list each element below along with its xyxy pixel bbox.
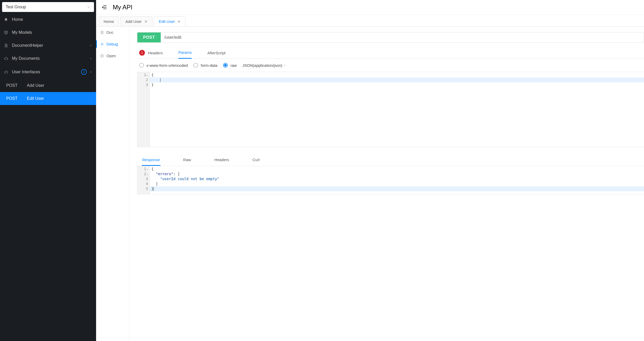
code-line: { [151,167,644,172]
resptab-curl[interactable]: Curl [252,155,260,166]
resptab-raw[interactable]: Raw [183,155,192,166]
cloud-icon [4,56,8,61]
tabs-row: Home Add User ✕ Edit User ✕ [96,15,644,26]
tool-debug[interactable]: Debug [96,38,129,50]
main: My API Home Add User ✕ Edit User ✕ [96,0,644,341]
code-line [151,77,644,82]
tool-label: Debug [106,42,118,46]
tool-doc[interactable]: Doc [96,27,129,38]
code-body[interactable]: { "errors": [ "userId could not be empty… [150,166,644,194]
cube-icon [4,30,8,35]
sidebar-item-label: My Models [12,30,32,35]
code-line: "userId could not be empty" [151,176,644,181]
svg-point-1 [101,43,103,45]
tool-column: Doc Debug Open [96,27,129,341]
tab-label: Add User [125,19,142,24]
menu-toggle-icon[interactable] [101,4,108,10]
content-type-select[interactable]: JSON(application/json) [243,63,286,68]
count-badge: 2 [81,69,87,75]
sidebar-sub-label: Edit User [27,96,44,101]
tool-label: Doc [106,30,113,35]
chevron-down-icon [89,57,92,60]
resptab-headers[interactable]: Headers [214,155,230,166]
sidebar-item-mydocs[interactable]: My Documents [0,52,96,65]
group-selector-label: Test Group [6,5,26,9]
chevron-down-icon [283,64,286,67]
sidebar-item-label: My Documents [12,56,40,61]
url-input[interactable]: /user/edit [161,32,644,42]
sidebar-item-dochelper[interactable]: DocumentHelper [0,39,96,52]
radio-icon [223,63,228,68]
document-icon [4,43,8,48]
reqtab-headers[interactable]: 1 Headers [139,48,163,59]
sidebar: Test Group Home My Models DocumentHelper [0,0,96,341]
page-title: My API [113,4,132,11]
gutter: 1 2 3 4 5 [137,166,150,194]
topbar: My API [96,0,644,15]
group-selector[interactable]: Test Group [2,2,94,12]
radio-label: form-data [201,63,217,68]
tool-open[interactable]: Open [96,50,129,62]
code-line: } [151,186,644,191]
reqtab-params[interactable]: Params [178,48,192,59]
method-label: POST [6,96,18,101]
radio-label: raw [230,63,237,68]
tab-home[interactable]: Home [99,16,119,26]
sidebar-item-ui[interactable]: User Interfaces 2 [0,65,96,79]
close-icon[interactable]: ✕ [144,19,147,24]
sidebar-item-home[interactable]: Home [0,13,96,26]
request-body-editor[interactable]: 1 2 3 { } [137,72,644,147]
reqtab-afterscript[interactable]: AfterScript [207,48,225,59]
open-icon [100,54,104,58]
doc-icon [100,31,104,34]
radio-icon [193,63,198,68]
chevron-down-icon [89,44,92,47]
url-row: POST /user/edit [137,32,644,43]
request-tabs: 1 Headers Params AfterScript [137,43,644,59]
tab-label: Home [104,19,114,24]
chevron-up-icon [89,70,92,74]
cloud-icon [4,70,8,74]
headers-badge: 1 [139,50,145,56]
code-line: } [151,82,644,87]
radio-form-data[interactable]: form-data [193,63,217,68]
code-line: "errors": [ [151,172,644,176]
radio-icon [139,63,144,68]
encoding-row: x-www-form-urlencoded form-data raw JSON… [137,59,644,72]
sidebar-item-models[interactable]: My Models [0,26,96,39]
sidebar-item-label: Home [12,17,23,22]
code-line: { [151,73,644,77]
radio-raw[interactable]: raw [223,63,237,68]
reqtab-label: Headers [148,51,163,55]
close-icon[interactable]: ✕ [177,19,180,24]
sidebar-sub-edit-user[interactable]: POST Edit User [0,92,96,105]
resptab-response[interactable]: Response [142,155,160,166]
sidebar-sub-label: Add User [27,83,44,88]
code-body[interactable]: { } [150,72,644,147]
tab-add-user[interactable]: Add User ✕ [120,16,152,26]
response-tabs: Response Raw Headers Curl [137,147,644,166]
editor-column: POST /user/edit 1 Headers Params AfterSc… [129,27,644,341]
bug-icon [100,42,104,46]
home-icon [4,17,8,22]
gutter: 1 2 3 [137,72,150,147]
radio-form-urlencoded[interactable]: x-www-form-urlencoded [139,63,188,68]
sidebar-item-label: User Interfaces [12,70,40,74]
tool-label: Open [106,54,116,58]
tab-label: Edit User [159,19,175,24]
method-label: POST [6,83,18,88]
reqtab-label: Params [178,50,192,55]
method-badge[interactable]: POST [137,32,161,42]
radio-label: x-www-form-urlencoded [146,63,188,68]
response-editor[interactable]: 1 2 3 4 5 { "errors": [ "userId could no… [137,166,644,194]
sidebar-sub-add-user[interactable]: POST Add User [0,79,96,92]
tab-edit-user[interactable]: Edit User ✕ [154,16,186,26]
content-type-label: JSON(application/json) [243,63,282,68]
chevron-down-icon [87,5,90,9]
sidebar-item-label: DocumentHelper [12,43,43,48]
code-line: ] [151,181,644,186]
reqtab-label: AfterScript [207,51,225,55]
